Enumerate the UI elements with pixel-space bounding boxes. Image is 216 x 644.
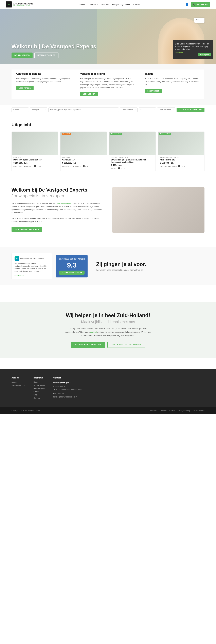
footer-link-huis-verkopen[interactable]: Huis verkopen xyxy=(34,388,45,390)
service-text-2: Het verkopen van een woning is een aange… xyxy=(80,77,136,89)
service-aankoopbegeleiding: Aankoopbegeleiding Het aankopen van een … xyxy=(12,70,76,99)
footer-main: Aanbod Aanbod Religieus aanbod Informati… xyxy=(0,370,216,408)
nav-over-ons[interactable]: Over ons xyxy=(101,4,109,6)
sell-button[interactable]: JE HUIS DIRECT VERKOPEN xyxy=(12,227,42,232)
property-card-3[interactable]: Nieuw aanbod Rotterdam, Zuid-Holland Str… xyxy=(109,132,156,171)
footer-link-links[interactable]: Links xyxy=(34,394,45,396)
footer-cookies-link[interactable]: Cookieverklaring xyxy=(193,410,204,412)
footer-bottom-links: Franchise Over ons Contact Privacyverkla… xyxy=(148,410,204,412)
property-price-3: € 495,- mnd xyxy=(111,164,154,166)
welcome-right xyxy=(112,187,204,233)
welcome-para-2: Wil je direct in enkele stappen weten wa… xyxy=(12,217,104,223)
property-info-1: Rotterdam Marie van Bijden-Vinkstraat 41… xyxy=(12,155,58,169)
property-name-3: Strategisch gelegen kantoorruimte met ho… xyxy=(111,159,154,163)
nav-contact[interactable]: Contact xyxy=(133,4,140,6)
reviews-sub-text: Wij worden goed beoordeeld en daar zijn … xyxy=(96,269,204,271)
footer-link-religieus[interactable]: Religieus aanbod xyxy=(12,384,25,386)
price-to-select[interactable]: Tot Geen maximum xyxy=(157,108,175,112)
hero-content: Welkom bij De Vastgoed Experts BEKIJK AA… xyxy=(12,44,96,58)
price-from-select[interactable]: Van € 0 xyxy=(139,108,156,112)
cookie-link[interactable]: Lees meer xyxy=(175,52,183,54)
property-name-2: Vasteland 119 xyxy=(62,159,105,161)
footer-privacy-link[interactable]: Privacyverklaring xyxy=(178,410,190,412)
property-rooms-1: 🛏 4 kamers xyxy=(24,165,32,167)
welcome-link-makelaar[interactable]: aankoopmakelaar xyxy=(57,202,71,204)
cookie-banner: Deze website maakt gebruik van cookies o… xyxy=(173,40,213,59)
nav-aanbod[interactable]: Aanbod xyxy=(79,4,85,6)
type-select-wrap: Type Wonen xyxy=(12,108,29,112)
footer-franchise-link[interactable]: Franchise xyxy=(150,410,157,412)
search-button[interactable]: 14 OBJECTEN GEVONDEN xyxy=(176,108,204,112)
services-section: Aankoopbegeleiding Het aankopen van een … xyxy=(0,64,216,104)
service-btn-2[interactable]: LEES VERDER xyxy=(80,92,98,96)
province-input[interactable] xyxy=(48,108,119,112)
nav-right: 👤 📞 088 16 69 500 xyxy=(185,2,210,7)
property-price-2: € 380.000,- k.k. xyxy=(62,162,105,164)
service-btn-1[interactable]: LEES VERDER xyxy=(16,86,34,90)
all-reviews-button[interactable]: LEES HIER ALLE REVIEWS xyxy=(59,270,84,274)
logo[interactable]: VGE de VASTGOED EXPERTS MAKELAARS & TAXA… xyxy=(6,2,33,8)
footer-link-contact[interactable]: Contact xyxy=(34,391,45,393)
price-to-wrap: Tot Geen maximum xyxy=(157,108,175,112)
property-card-1[interactable]: Rotterdam Marie van Bijden-Vinkstraat 41… xyxy=(12,132,58,171)
cookie-accept-button[interactable]: Begrepen! xyxy=(198,53,211,56)
property-size-1: ⬛ 119 m² xyxy=(34,165,41,167)
aanbod-button[interactable]: BEKIJK ONS LAATSTE AANBOD xyxy=(107,342,145,348)
search-bar: Type Wonen Koop (14) Huur Objecttype Gee… xyxy=(0,104,216,115)
property-info-2: Rotterdam Vasteland 119 € 380.000,- k.k.… xyxy=(61,155,107,169)
score-value: 9.3 xyxy=(59,261,85,269)
footer-copyright: Copyright © 2025 - De Vastgoed Experts xyxy=(12,410,40,412)
property-size-2: ⬛ 78.8 m² xyxy=(83,165,90,167)
property-city-1: Rotterdam xyxy=(14,156,56,158)
sh-contact-link[interactable]: contact xyxy=(90,331,97,333)
property-card-2[interactable]: Onder bod Rotterdam Vasteland 119 € 380.… xyxy=(60,132,107,171)
type-select[interactable]: Type Wonen xyxy=(12,108,29,112)
price-from-wrap: Van € 0 xyxy=(139,108,156,112)
footer-link-home[interactable]: Home xyxy=(34,381,45,383)
phone-button[interactable]: 📞 088 16 69 500 xyxy=(191,2,210,7)
property-info-4: Nieuwerkerk aan den IJssel Klein Hitland… xyxy=(158,155,204,169)
koop-select[interactable]: Koop (14) Huur xyxy=(30,108,47,112)
logo-text: de VASTGOED EXPERTS xyxy=(13,3,33,5)
footer-over-ons-link[interactable]: Over ons xyxy=(160,410,167,412)
spacer-2 xyxy=(0,285,216,296)
footer-col-contact: Contact De Vastgoed Experts Raadhusplein… xyxy=(53,376,82,400)
service-btn-3[interactable]: LEES VERDER xyxy=(145,89,162,93)
objecttype-select[interactable]: Objecttype Geen voorkeur xyxy=(120,108,137,112)
property-card-4[interactable]: Nieuw aanbod Nieuwerkerk aan den IJssel … xyxy=(158,132,204,171)
property-price-4: € 150.000,- k.k. xyxy=(160,162,202,164)
featured-title: Uitgelicht xyxy=(12,122,204,127)
spacer-1 xyxy=(0,242,216,248)
property-rooms-4: 🛏 3 kamers xyxy=(168,165,177,167)
review-text: Uitstekende ervaring met de vastgoedexpe… xyxy=(15,262,49,272)
property-grid: Rotterdam Marie van Bijden-Vinkstraat 41… xyxy=(12,132,204,171)
review-logo: N Lees wat klanten over ons zeggen xyxy=(15,256,49,261)
footer-link-woning[interactable]: Woning Nazfin xyxy=(34,384,45,386)
footer-col-aanbod: Aanbod Aanbod Religieus aanbod xyxy=(12,376,25,400)
reviews-main-title: Zij gingen je al voor. xyxy=(96,261,204,268)
navbar: VGE de VASTGOED EXPERTS MAKELAARS & TAXA… xyxy=(0,0,216,9)
footer-link-sitemap[interactable]: Sitemap xyxy=(34,397,45,399)
service-text-3: Een taxatie is meer dan alleen een waard… xyxy=(145,77,200,86)
property-meta-4: Woonhuis 🛏 3 kamers ⬛ 200 m² xyxy=(160,165,202,167)
footer-link-aanbod[interactable]: Aanbod xyxy=(12,381,25,383)
hero-primary-button[interactable]: BEKIJK AANBOD xyxy=(12,52,33,58)
footer-address1: Raadhusplein 4 xyxy=(53,385,82,388)
footer-col3-title: Contact xyxy=(53,376,82,379)
welcome-left: Welkom bij De Vastgoed Experts. Jouw spe… xyxy=(12,187,104,233)
property-type-1: Appartement xyxy=(14,165,23,167)
koop-select-wrap: Koop (14) Huur xyxy=(30,108,47,112)
nav-links: Aanbod Diensten ▾ Over ons Bedrijfsmatig… xyxy=(79,4,140,6)
contact-button[interactable]: NEEM DIRECT CONTACT OP xyxy=(71,342,105,348)
hero-secondary-button[interactable]: NEEM CONTACT OP xyxy=(34,52,59,58)
property-city-2: Rotterdam xyxy=(62,156,105,158)
featured-section: Uitgelicht Rotterdam Marie van Bijden-Vi… xyxy=(0,115,216,178)
footer-contact-link[interactable]: Contact xyxy=(169,410,175,412)
service-title-1: Aankoopbegeleiding xyxy=(16,72,71,76)
nav-bedrijfsmatig[interactable]: Bedrijfsmatig aanbod xyxy=(112,4,130,6)
nav-diensten[interactable]: Diensten ▾ xyxy=(89,4,98,6)
review-read-more[interactable]: LEES MEER xyxy=(15,274,24,276)
property-size-3: ⬛ 19 m² xyxy=(118,167,125,169)
search-inner: Type Wonen Koop (14) Huur Objecttype Gee… xyxy=(12,108,204,112)
person-icon[interactable]: 👤 xyxy=(185,3,188,6)
